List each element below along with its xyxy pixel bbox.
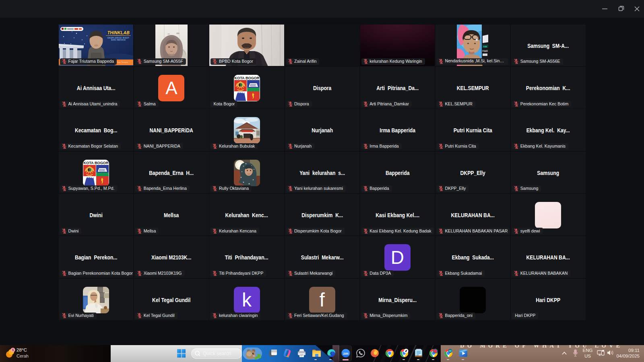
svg-text:5: 5 bbox=[12, 348, 14, 352]
svg-text:KOTA BOGOR: KOTA BOGOR bbox=[234, 76, 260, 80]
svg-text:zm: zm bbox=[343, 351, 348, 356]
svg-text:AM: AM bbox=[483, 45, 487, 48]
svg-text:Hadi: Hadi bbox=[482, 49, 487, 52]
svg-text:KOTA BOGOR: KOTA BOGOR bbox=[84, 160, 109, 165]
